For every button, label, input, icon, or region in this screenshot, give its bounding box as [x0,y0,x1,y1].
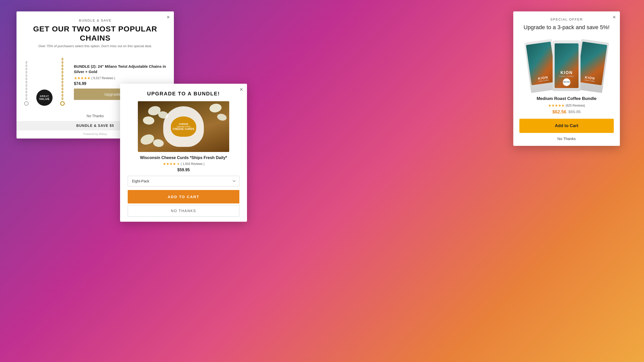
cheese-bundle-modal: × UPGRADE TO A BUNDLE! CHEESE Squeaky Fr… [120,84,247,222]
organic-label: ORGANIC [563,81,570,83]
chain-node [62,91,63,93]
chain-node [62,64,63,67]
cheese-price: $59.95 [120,168,247,172]
chain-node [62,71,63,74]
bundle-product-title: BUNDLE (2): 24" Milano Twist Adjustable … [74,64,168,74]
coffee-bag-front: KION Clean Coffee ORGANIC [553,40,581,91]
chain-node [26,61,27,64]
cheese-no-thanks-button[interactable]: NO THANKS [128,205,239,217]
bundle-subtext: Over 75% of purchasers select this optio… [16,44,174,53]
chain-node [62,74,63,77]
coffee-star-icon: ★★★★★ [548,103,565,108]
chain-node [62,61,63,64]
bundle-header-tag: BUNDLE & SAVE [16,11,174,22]
chain-node [62,84,63,87]
chain-node [26,88,27,90]
badge-top: GREAT [40,95,49,97]
coffee-stars-row: ★★★★★ (625 Reviews) [513,103,620,108]
coffee-bags-image: KION Clean Coffee KION Clean Coffee ORGA… [523,35,610,91]
cheese-variant-select[interactable]: Eight-Pack Four-Pack Twelve-Pack [128,176,239,186]
coffee-headline: Upgrade to a 3-pack and save 5%! [513,21,620,35]
coffee-no-thanks[interactable]: No Thanks [513,133,620,146]
coffee-product-name: Medium Roast Coffee Bundle [513,96,620,103]
chain-node [62,68,63,70]
coffee-special-offer-modal: × SPECIAL OFFER Upgrade to a 3-pack and … [513,11,620,146]
cheese-star-icon: ★★★★ [163,162,176,166]
cheese-product-image-wrap: CHEESE Squeaky Fresh CHEESE CURDS [120,101,247,156]
coffee-header-tag: SPECIAL OFFER [513,11,620,21]
cheese-label-mid: Squeaky Fresh [177,125,190,128]
chain-node [26,64,27,67]
bundle-chains-image: GREAT VALUE [19,55,70,108]
cheese-curd [153,139,164,148]
coffee-product-image-wrap: KION Clean Coffee KION Clean Coffee ORGA… [513,35,620,96]
cheese-curd [139,133,156,147]
cheese-stars-row: ★★★★ ★ ( 1,916 Reviews ) [120,162,247,166]
cheese-product-image: CHEESE Squeaky Fresh CHEESE CURDS [138,101,229,152]
coffee-organic-badge: ORGANIC [563,78,570,86]
cheese-label-bot: CHEESE CURDS [173,128,194,130]
chain-node [62,94,63,97]
chain-node [26,94,27,97]
coffee-bag-label-back-right: KION Clean Coffee [577,42,607,85]
chain-node [62,58,63,60]
chain-node [26,91,27,93]
cheese-half-star-icon: ★ [177,162,180,166]
chain-node [26,74,27,77]
cheese-visual-bg: CHEESE Squeaky Fresh CHEESE CURDS [138,101,229,152]
gold-chain [60,58,65,106]
coffee-close-button[interactable]: × [613,14,616,20]
coffee-price-original: $65.85 [568,110,581,114]
chain-pendant-silver [24,101,29,106]
cheese-variant-select-wrap: Eight-Pack Four-Pack Twelve-Pack [120,173,247,189]
bundle-close-button[interactable]: × [167,14,170,20]
chain-node [26,71,27,74]
cheese-label-top: CHEESE [179,123,188,125]
star-icon: ★★★★★ [74,76,90,80]
chain-node [26,81,27,83]
cheese-curd [216,113,227,122]
chain-node [26,84,27,87]
silver-chain [24,61,29,106]
coffee-brand-front: KION [560,71,573,75]
chain-node [62,81,63,83]
coffee-price-row: $62.56 $65.85 [513,109,620,115]
cheese-bag-label: CHEESE Squeaky Fresh CHEESE CURDS [171,116,196,137]
coffee-reviews-count: (625 Reviews) [566,104,585,107]
chain-node [62,88,63,90]
chain-node [62,97,63,100]
chain-pendant-gold [60,101,65,106]
bundle-reviews-count: ( 9,317 Reviews ) [91,76,115,80]
chain-node [26,68,27,70]
cheese-product-name: Wisconsin Cheese Curds *Ships Fresh Dail… [120,156,247,162]
coffee-bag-label-front: KION Clean Coffee ORGANIC [555,43,579,88]
coffee-price-current: $62.56 [552,109,566,115]
coffee-sub-front: Clean Coffee [559,75,574,77]
cheese-close-button[interactable]: × [240,87,243,92]
cheese-curd [209,103,222,113]
cheese-bag: CHEESE Squeaky Fresh CHEESE CURDS [163,106,204,147]
chain-node [26,97,27,100]
cheese-reviews-count: ( 1,916 Reviews ) [181,162,204,166]
cheese-modal-header: UPGRADE TO A BUNDLE! [120,84,247,101]
cheese-add-to-cart-button[interactable]: ADD TO CART [128,190,239,203]
chain-node [26,78,27,80]
chain-node [62,78,63,80]
badge-bottom: VALUE [39,97,49,100]
coffee-bag-label-back-left: KION Clean Coffee [526,42,556,85]
cheese-curd [143,116,155,125]
bundle-stars-row: ★★★★★ ( 9,317 Reviews ) [74,76,168,80]
great-value-badge: GREAT VALUE [36,90,53,106]
coffee-add-to-cart-button[interactable]: Add to Cart [519,119,614,133]
bundle-headline: GET OUR TWO MOST POPULAR CHAINS [16,22,174,44]
